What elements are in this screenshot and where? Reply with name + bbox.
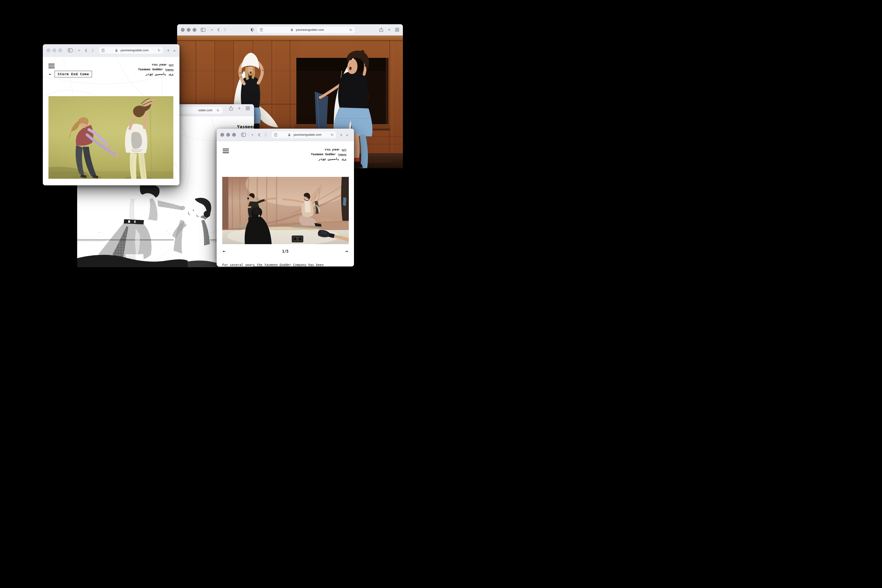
sidebar-icon[interactable]	[201, 28, 206, 32]
chevron-down-icon[interactable]	[251, 134, 254, 136]
sidebar-icon[interactable]	[68, 48, 73, 52]
tab-overview-icon[interactable]	[395, 28, 399, 32]
logo-english: Yasmeen Godder	[138, 68, 163, 71]
address-bar[interactable]: yasmeengodder.com ↻	[272, 131, 336, 138]
article-text-italic: Yasmeen Godder Company	[264, 263, 306, 267]
homepage-heading: Yasmeen	[237, 124, 254, 129]
lock-icon	[115, 49, 118, 52]
logo-arabic: ياسمين چودر	[318, 157, 339, 160]
more-tabs-icon[interactable]: »	[173, 48, 176, 52]
sidebar-icon[interactable]	[241, 133, 246, 137]
back-button[interactable]	[258, 133, 260, 137]
boombox	[292, 236, 303, 242]
site-header: להקת יסמין גודר Yasmeen Godder Company ف…	[217, 141, 354, 161]
back-link[interactable]: ←	[49, 72, 51, 76]
forward-button[interactable]	[224, 28, 226, 32]
zoom-button[interactable]	[232, 133, 236, 136]
forward-button[interactable]	[264, 133, 267, 137]
article-text-post: has been	[306, 263, 324, 267]
new-tab-button[interactable]: +	[167, 48, 170, 52]
site-logo[interactable]: להקת יסמין גודר Yasmeen Godder Company ف…	[138, 62, 174, 76]
safari-window-carousel[interactable]: yasmeengodder.com ↻ + » להקת יסמין גודר …	[217, 129, 354, 267]
carousel-next-button[interactable]: →	[345, 248, 348, 254]
back-button[interactable]	[85, 48, 87, 52]
divider	[208, 28, 208, 32]
logo-hebrew: יסמין גודר	[324, 148, 339, 151]
close-button[interactable]	[181, 28, 184, 32]
refresh-icon[interactable]: ↻	[158, 49, 160, 52]
close-button[interactable]	[46, 48, 50, 52]
address-bar[interactable]: yasmeengodder.com ↻	[99, 46, 163, 54]
toolbar: yasmeengodder.com ↻ + »	[217, 129, 354, 141]
logo-arabic: ياسمين چودر	[146, 72, 166, 76]
reader-icon[interactable]	[274, 133, 277, 136]
toolbar: yasmeengodder.com ↻ +	[177, 24, 403, 36]
logo-hebrew: יסמין גודר	[152, 63, 166, 66]
logo-english-small: Company	[338, 153, 346, 156]
privacy-shield-icon[interactable]	[250, 28, 254, 32]
lock-icon	[291, 28, 293, 31]
new-tab-button[interactable]: +	[340, 133, 342, 137]
logo-hebrew-small: להקת	[342, 148, 346, 151]
safari-window-storm-end-come[interactable]: yasmeengodder.com ↻ + » להקת יסמין גודר …	[43, 44, 180, 185]
share-icon[interactable]	[380, 27, 383, 32]
traffic-lights[interactable]	[181, 28, 196, 32]
close-button[interactable]	[220, 133, 224, 136]
refresh-icon[interactable]: ↻	[350, 28, 352, 32]
logo-arabic-small: فرقة	[169, 73, 174, 75]
minimize-button[interactable]	[226, 133, 230, 136]
divider	[75, 48, 75, 52]
menu-button[interactable]	[223, 147, 229, 161]
duet-photo-olive	[48, 96, 173, 179]
studio-rehearsal-photo	[222, 177, 349, 244]
share-icon[interactable]	[229, 106, 233, 111]
divider	[248, 133, 249, 137]
new-tab-button[interactable]: +	[238, 106, 241, 111]
chevron-down-icon[interactable]	[210, 29, 213, 31]
lock-icon	[288, 134, 291, 136]
refresh-icon[interactable]: ↻	[331, 133, 333, 136]
logo-english: Yasmeen Godder	[311, 152, 336, 156]
reader-icon[interactable]	[102, 49, 104, 52]
page-title: Storm End Come	[55, 71, 92, 77]
desktop: yasmeengodder.com ↻ +	[0, 0, 441, 294]
new-tab-button[interactable]: +	[388, 27, 390, 32]
carousel-pagination: 1/5	[217, 249, 354, 254]
logo-hebrew-small: להקת	[169, 64, 174, 66]
article-text: For several years the Yasmeen Godder Com…	[222, 263, 324, 267]
minimize-button[interactable]	[52, 48, 56, 52]
url-text: yasmeengodder.com	[120, 49, 148, 52]
minimize-button[interactable]	[187, 28, 190, 32]
toolbar: yasmeengodder.com ↻ + »	[43, 44, 180, 57]
more-tabs-icon[interactable]: »	[346, 133, 348, 137]
traffic-lights[interactable]	[46, 48, 62, 52]
back-button[interactable]	[217, 28, 220, 32]
zoom-button[interactable]	[193, 28, 196, 32]
url-text: yasmeengodder.com	[293, 133, 321, 136]
url-text: yasmeengodder.com	[296, 28, 324, 32]
forward-button[interactable]	[92, 48, 94, 52]
site-logo[interactable]: להקת יסמין גודר Yasmeen Godder Company ف…	[311, 147, 346, 161]
logo-arabic-small: فرقة	[342, 158, 346, 160]
halftone-standing-figure	[98, 184, 185, 267]
url-text: odder.com	[198, 109, 212, 112]
reader-icon[interactable]	[260, 28, 263, 32]
tab-overview-icon[interactable]	[246, 106, 250, 110]
address-bar[interactable]: yasmeengodder.com ↻	[257, 26, 355, 33]
chevron-down-icon[interactable]	[78, 50, 81, 51]
zoom-button[interactable]	[58, 48, 62, 52]
traffic-lights[interactable]	[220, 133, 236, 136]
logo-english-small: Company	[165, 69, 174, 71]
refresh-icon[interactable]: ↻	[217, 109, 219, 112]
article-text-pre: For several years the	[222, 263, 264, 267]
